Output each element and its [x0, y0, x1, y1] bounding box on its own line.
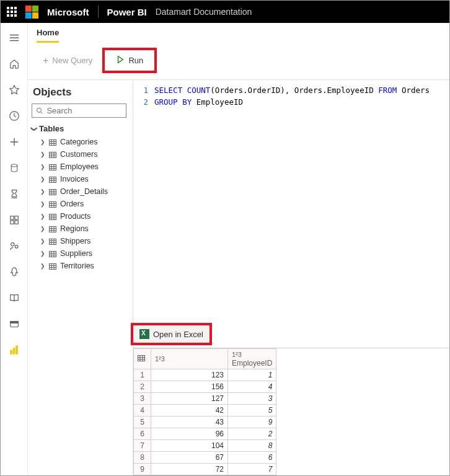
workspaces-icon[interactable]: [8, 318, 20, 330]
svg-point-13: [37, 108, 41, 112]
table-row[interactable]: 21564: [134, 381, 276, 393]
objects-panel: Objects ❯ Tables ❯Categories❯Customers❯E…: [28, 80, 133, 475]
cell-employeeid: 7: [228, 464, 276, 475]
svg-rect-11: [13, 348, 15, 354]
left-nav-rail: [1, 23, 28, 475]
goals-icon[interactable]: [8, 188, 20, 200]
app-launcher-icon[interactable]: [7, 7, 17, 17]
table-item-shippers[interactable]: ❯Shippers: [32, 235, 126, 247]
svg-rect-21: [50, 227, 56, 232]
table-item-employees[interactable]: ❯Employees: [32, 161, 126, 173]
table-row[interactable]: 6962: [134, 428, 276, 440]
microsoft-logo-icon: [25, 6, 38, 19]
row-index: 7: [134, 440, 151, 452]
row-index: 3: [134, 393, 151, 405]
svg-rect-10: [10, 350, 12, 354]
svg-rect-17: [50, 177, 56, 183]
sql-editor[interactable]: 1SELECT COUNT(Orders.OrderID), Orders.Em…: [133, 80, 449, 320]
run-button[interactable]: Run: [102, 48, 157, 73]
favorites-icon[interactable]: [8, 84, 20, 96]
table-item-territories[interactable]: ❯Territories: [32, 260, 126, 272]
tables-group[interactable]: ❯ Tables: [32, 124, 126, 133]
chevron-right-icon: ❯: [40, 213, 45, 219]
hamburger-icon[interactable]: [8, 32, 20, 44]
table-label: Invoices: [60, 175, 89, 183]
row-index: 9: [134, 464, 151, 475]
table-label: Territories: [60, 262, 94, 270]
ribbon: Home + New Query Run: [28, 23, 449, 80]
search-input[interactable]: [46, 106, 122, 115]
svg-rect-9: [10, 322, 18, 324]
cell-count: 127: [151, 393, 228, 405]
plus-icon: +: [43, 56, 48, 66]
recent-icon[interactable]: [8, 110, 20, 122]
svg-rect-3: [14, 216, 17, 219]
deployment-icon[interactable]: [8, 266, 20, 278]
cell-employeeid: 3: [228, 393, 276, 405]
shared-icon[interactable]: [8, 240, 20, 252]
chevron-right-icon: ❯: [40, 139, 45, 145]
new-query-label: New Query: [52, 56, 92, 65]
chevron-right-icon: ❯: [40, 238, 45, 244]
row-index: 8: [134, 452, 151, 464]
create-icon[interactable]: [8, 136, 20, 148]
svg-point-7: [15, 245, 18, 249]
cell-employeeid: 2: [228, 428, 276, 440]
svg-rect-12: [15, 346, 17, 355]
table-row[interactable]: 71048: [134, 440, 276, 452]
svg-rect-4: [10, 221, 13, 224]
home-icon[interactable]: [8, 58, 20, 70]
grid-corner[interactable]: [134, 349, 151, 369]
table-icon: [49, 263, 56, 269]
cell-count: 123: [151, 369, 228, 381]
cell-count: 156: [151, 381, 228, 393]
product-name: Power BI: [107, 7, 147, 17]
table-item-suppliers[interactable]: ❯Suppliers: [32, 247, 126, 260]
row-index: 5: [134, 416, 151, 428]
play-icon: [116, 55, 125, 66]
results-toolbar: Open in Excel: [133, 320, 449, 348]
tables-label: Tables: [39, 124, 64, 133]
my-workspace-icon[interactable]: [8, 344, 20, 356]
table-item-customers[interactable]: ❯Customers: [32, 148, 126, 161]
column-header-employeeid[interactable]: 1²3 EmployeeID: [228, 349, 276, 369]
search-icon: [36, 107, 43, 115]
table-item-categories[interactable]: ❯Categories: [32, 136, 126, 148]
svg-rect-20: [50, 214, 56, 220]
table-row[interactable]: 8676: [134, 452, 276, 464]
cell-count: 43: [151, 416, 228, 428]
table-icon: [49, 188, 56, 195]
svg-rect-19: [50, 202, 56, 208]
table-row[interactable]: 9727: [134, 464, 276, 475]
table-item-invoices[interactable]: ❯Invoices: [32, 173, 126, 185]
cell-employeeid: 9: [228, 416, 276, 428]
table-row[interactable]: 5439: [134, 416, 276, 428]
table-icon: [49, 139, 56, 145]
table-item-regions[interactable]: ❯Regions: [32, 223, 126, 235]
chevron-right-icon: ❯: [40, 263, 45, 269]
cell-count: 96: [151, 428, 228, 440]
table-item-orders[interactable]: ❯Orders: [32, 198, 126, 210]
cell-count: 67: [151, 452, 228, 464]
cell-count: 104: [151, 440, 228, 452]
column-header-count[interactable]: 1²3: [151, 349, 228, 369]
datasets-icon[interactable]: [8, 162, 20, 174]
excel-icon: [139, 329, 149, 339]
apps-icon[interactable]: [8, 214, 20, 226]
table-label: Orders: [60, 200, 84, 208]
learn-icon[interactable]: [8, 292, 20, 304]
open-in-excel-button[interactable]: Open in Excel: [131, 323, 212, 345]
tab-home[interactable]: Home: [37, 28, 59, 43]
table-item-products[interactable]: ❯Products: [32, 210, 126, 223]
table-row[interactable]: 11231: [134, 369, 276, 381]
new-query-button[interactable]: + New Query: [37, 53, 99, 68]
chevron-right-icon: ❯: [40, 176, 45, 182]
table-row[interactable]: 31273: [134, 393, 276, 405]
table-row[interactable]: 4425: [134, 405, 276, 416]
run-label: Run: [128, 56, 143, 65]
table-item-order_details[interactable]: ❯Order_Details: [32, 185, 126, 198]
cell-count: 42: [151, 405, 228, 416]
objects-search[interactable]: [32, 104, 126, 118]
table-label: Customers: [60, 150, 97, 159]
row-index: 4: [134, 405, 151, 416]
